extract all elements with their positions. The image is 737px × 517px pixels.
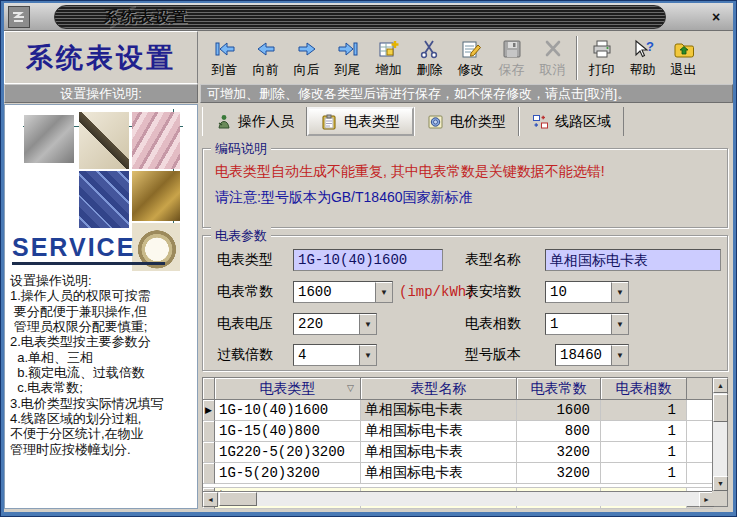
table-row[interactable]: 1G-15(40)800 单相国标电卡表 800 1 — [203, 421, 713, 442]
toolbar-separator — [576, 36, 578, 80]
toolbar: 到首 向前 向后 到尾 — [200, 31, 733, 84]
meter-type-label: 电表类型 — [217, 251, 273, 269]
delete-button[interactable]: 删除 — [409, 33, 450, 83]
tab-line-region[interactable]: 线路区域 — [519, 107, 624, 136]
horizontal-scrollbar[interactable]: ◄ ► — [203, 491, 714, 506]
collage-photo-keyboard — [79, 171, 129, 228]
chevron-down-icon[interactable]: ▼ — [611, 282, 628, 302]
coin-icon — [427, 114, 444, 130]
cancel-button[interactable]: 取消 — [532, 33, 573, 83]
groupbox-title: 电表参数 — [211, 227, 271, 245]
go-prev-icon — [254, 37, 278, 59]
tab-price-type[interactable]: 电价类型 — [414, 107, 519, 136]
table-row[interactable]: 1G-5(20)3200 单相国标电卡表 3200 1 — [203, 463, 713, 484]
overload-combobox[interactable]: 4 ▼ — [293, 344, 377, 366]
chevron-down-icon[interactable]: ▼ — [375, 282, 392, 302]
tab-meter-type[interactable]: 电表类型 — [307, 107, 414, 136]
horizontal-scroll-thumb[interactable] — [219, 492, 257, 506]
table-row[interactable]: ▶ 1G-10(40)1600 单相国标电卡表 1600 1 — [203, 400, 713, 421]
cancel-x-icon — [541, 37, 565, 59]
subheader-row: 设置操作说明: 可增加、删除、修改各类型后请进行保存，如不保存修改，请点击[取消… — [4, 84, 733, 104]
help-icon: ? — [631, 37, 655, 59]
tab-operators[interactable]: 操作人员 — [202, 107, 307, 136]
chevron-down-icon[interactable]: ▼ — [611, 345, 628, 365]
exit-folder-icon — [672, 37, 696, 59]
clipboard-icon — [321, 114, 338, 130]
print-icon — [590, 37, 614, 59]
vertical-scroll-thumb[interactable] — [713, 394, 728, 422]
collage-photo-tools — [24, 115, 74, 163]
print-button[interactable]: 打印 — [581, 33, 622, 83]
prev-button[interactable]: 向前 — [245, 33, 286, 83]
voltage-label: 电表电压 — [217, 315, 273, 333]
grid-header-row: 电表类型 ▽ 表型名称 电表常数 电表相数 — [203, 378, 713, 400]
sidebar: SERVICE 设置操作说明: 1.操作人员的权限可按需 要分配便于兼职操作,但… — [4, 104, 198, 509]
voltage-combobox[interactable]: 220 ▼ — [293, 313, 377, 335]
scroll-down-icon[interactable]: ▼ — [713, 476, 728, 491]
svg-text:?: ? — [646, 39, 654, 54]
tab-label: 操作人员 — [238, 113, 294, 131]
sort-indicator-icon: ▽ — [347, 383, 354, 393]
collage-photo-pen — [79, 112, 129, 169]
scrollbar-corner — [712, 491, 727, 506]
phases-combobox[interactable]: 1 ▼ — [545, 313, 629, 335]
amperage-label: 表安培数 — [465, 283, 521, 301]
note-text: 请注意:型号版本为GB/T18460国家新标准 — [215, 189, 473, 207]
window-frame: 系统表设置 × 系统表设置 到首 向前 — [0, 0, 737, 517]
add-record-icon — [377, 37, 401, 59]
tab-label: 电价类型 — [450, 113, 506, 131]
meter-type-input[interactable]: 1G-10(40)1600 — [293, 249, 443, 271]
modify-edit-icon — [459, 37, 483, 59]
add-button[interactable]: 增加 — [368, 33, 409, 83]
tab-bar: 操作人员 电表类型 电价类型 线路区域 — [202, 107, 624, 136]
column-header-phases[interactable]: 电表相数 — [601, 378, 687, 400]
close-button[interactable]: × — [707, 8, 725, 26]
table-row[interactable]: 1G220-5(20)3200 单相国标电卡表 3200 1 — [203, 442, 713, 463]
last-button[interactable]: 到尾 — [327, 33, 368, 83]
model-version-combobox[interactable]: 18460 ▼ — [555, 344, 629, 366]
row-selector — [203, 421, 215, 442]
next-button[interactable]: 向后 — [286, 33, 327, 83]
unit-text: (imp/kWh) — [399, 284, 475, 300]
tab-label: 线路区域 — [555, 113, 611, 131]
amperage-combobox[interactable]: 10 ▼ — [545, 281, 629, 303]
meter-type-grid: 电表类型 ▽ 表型名称 电表常数 电表相数 ▶ 1G-10(40)1600 单相… — [202, 377, 728, 507]
phases-label: 电表相数 — [465, 315, 521, 333]
operator-person-icon — [215, 114, 232, 130]
chevron-down-icon[interactable]: ▼ — [359, 314, 376, 334]
chevron-down-icon[interactable]: ▼ — [359, 345, 376, 365]
exit-button[interactable]: 退出 — [663, 33, 704, 83]
grid-header-filler — [687, 378, 713, 400]
chevron-down-icon[interactable]: ▼ — [611, 314, 628, 334]
column-header-model-name[interactable]: 表型名称 — [361, 378, 517, 400]
hint-message-bar: 可增加、删除、修改各类型后请进行保存，如不保存修改，请点击[取消]。 — [200, 84, 733, 103]
row-selector — [203, 442, 215, 463]
header-row: 系统表设置 到首 向前 向后 — [4, 31, 733, 84]
model-name-input[interactable]: 单相国标电卡表 — [545, 249, 721, 271]
delete-scissors-icon — [418, 37, 442, 59]
instructions-text: 设置操作说明: 1.操作人员的权限可按需 要分配便于兼职操作,但 管理员权限分配… — [10, 273, 196, 457]
column-header-meter-type[interactable]: 电表类型 ▽ — [215, 378, 361, 400]
region-boxes-icon — [532, 114, 549, 130]
go-first-icon — [213, 37, 237, 59]
row-selector — [203, 463, 215, 484]
title-bar[interactable]: 系统表设置 × — [4, 3, 733, 31]
scroll-left-icon[interactable]: ◄ — [203, 492, 218, 507]
meter-constant-combobox[interactable]: 1600 ▼ — [293, 281, 393, 303]
modify-button[interactable]: 修改 — [450, 33, 491, 83]
scroll-up-icon[interactable]: ▲ — [713, 378, 728, 393]
help-button[interactable]: ? 帮助 — [622, 33, 663, 83]
first-button[interactable]: 到首 — [204, 33, 245, 83]
collage-photo-pens-pink — [132, 112, 180, 169]
column-header-meter-constant[interactable]: 电表常数 — [517, 378, 601, 400]
form-row: 过载倍数 4 ▼ 型号版本 18460 ▼ — [203, 343, 727, 367]
form-row: 电表常数 1600 ▼ (imp/kWh) 表安培数 10 ▼ — [203, 280, 727, 304]
vertical-scrollbar[interactable]: ▲ ▼ — [712, 378, 727, 491]
app-window: 系统表设置 × 系统表设置 到首 向前 — [4, 3, 733, 512]
app-title-panel: 系统表设置 — [4, 31, 198, 84]
meter-params-groupbox: 电表参数 电表类型 1G-10(40)1600 表型名称 单相国标电卡表 电表常… — [202, 235, 728, 371]
sidebar-caption: 设置操作说明: — [4, 84, 198, 103]
grid-corner-cell — [203, 378, 215, 400]
save-button[interactable]: 保存 — [491, 33, 532, 83]
tab-label: 电表类型 — [344, 113, 400, 131]
